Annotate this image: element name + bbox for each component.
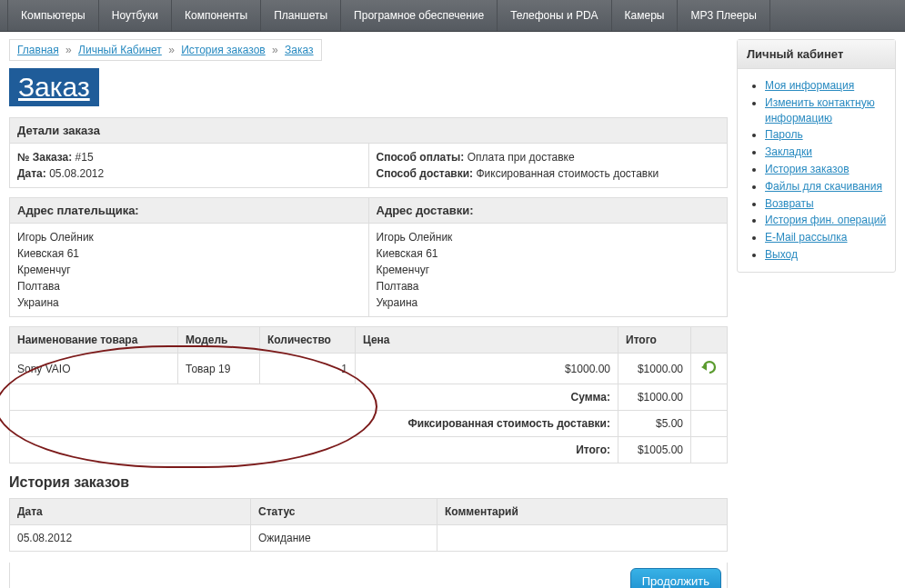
- nav-item-tablets[interactable]: Планшеты: [261, 0, 341, 31]
- order-no-value: #15: [75, 151, 94, 164]
- sidebar-link-password[interactable]: Пароль: [765, 128, 803, 141]
- order-details-box: Детали заказа № Заказа: #15 Дата: 05.08.…: [9, 117, 728, 188]
- sidebar-link-newsletter[interactable]: E-Mail рассылка: [765, 231, 848, 244]
- addr-line: Украина: [17, 294, 361, 311]
- breadcrumb-account[interactable]: Личный Кабинет: [78, 44, 162, 56]
- page-title: Заказ: [9, 68, 99, 106]
- order-meta-right: Способ оплаты: Оплата при доставке Спосо…: [368, 144, 728, 187]
- addr-line: Киевская 61: [17, 245, 361, 262]
- item-model: Товар 19: [178, 354, 260, 384]
- col-model: Модель: [178, 327, 260, 354]
- sidebar-link-edit-contact[interactable]: Изменить контактную информацию: [765, 96, 875, 125]
- order-history-table: Дата Статус Комментарий 05.08.2012 Ожида…: [9, 498, 728, 552]
- breadcrumb-order-history[interactable]: История заказов: [181, 44, 266, 56]
- ship-address: Игорь Олейник Киевская 61 Кременчуг Полт…: [368, 224, 728, 316]
- addr-line: Полтава: [377, 278, 720, 294]
- breadcrumb: Главная » Личный Кабинет » История заказ…: [9, 39, 322, 61]
- addr-line: Игорь Олейник: [17, 229, 361, 245]
- totals-row: Итого: $1005.00: [10, 437, 728, 463]
- payer-address: Игорь Олейник Киевская 61 Кременчуг Полт…: [10, 224, 368, 316]
- nav-item-mp3[interactable]: MP3 Плееры: [678, 0, 769, 31]
- button-row: Продолжить: [9, 563, 728, 588]
- breadcrumb-sep: »: [65, 44, 72, 56]
- history-row: 05.08.2012 Ожидание: [10, 525, 728, 552]
- nav-item-software[interactable]: Програмное обеспечение: [341, 0, 498, 31]
- history-date: 05.08.2012: [10, 525, 251, 552]
- ship-address-header: Адрес доставки:: [368, 198, 728, 223]
- order-meta-left: № Заказа: #15 Дата: 05.08.2012: [10, 144, 368, 187]
- breadcrumb-home[interactable]: Главная: [17, 44, 59, 56]
- reorder-icon[interactable]: [701, 360, 718, 374]
- totals-row: Фиксированная стоимость доставки: $5.00: [10, 411, 728, 437]
- col-total: Итого: [618, 327, 691, 354]
- subtotal-label: Сумма:: [571, 391, 610, 404]
- order-history-title: История заказов: [9, 474, 728, 491]
- col-price: Цена: [356, 327, 618, 354]
- item-total: $1000.00: [618, 354, 691, 384]
- pay-method-label: Способ оплаты:: [377, 151, 465, 164]
- sidebar-link-transactions[interactable]: История фин. операций: [765, 214, 886, 226]
- order-date-value: 05.08.2012: [49, 167, 104, 180]
- account-sidebar-header: Личный кабинет: [738, 40, 895, 69]
- addr-line: Кременчуг: [377, 262, 720, 278]
- breadcrumb-sep: »: [272, 44, 278, 56]
- item-name: Sony VAIO: [10, 354, 178, 384]
- order-items-table: Наименование товара Модель Количество Це…: [9, 326, 728, 463]
- addresses-box: Адрес плательщика: Адрес доставки: Игорь…: [9, 197, 728, 317]
- addr-line: Кременчуг: [17, 262, 361, 278]
- order-date-label: Дата:: [17, 167, 46, 180]
- breadcrumb-sep: »: [168, 44, 175, 56]
- addr-line: Полтава: [17, 278, 361, 294]
- order-details-header: Детали заказа: [10, 118, 727, 144]
- col-name: Наименование товара: [10, 327, 178, 354]
- continue-button[interactable]: Продолжить: [630, 568, 721, 588]
- shipping-value: $5.00: [618, 411, 691, 437]
- history-comment: [437, 525, 728, 552]
- subtotal-value: $1000.00: [618, 384, 691, 411]
- col-qty: Количество: [260, 327, 356, 354]
- sidebar-link-order-history[interactable]: История заказов: [765, 163, 850, 175]
- sidebar-link-my-info[interactable]: Моя информация: [765, 79, 854, 92]
- sidebar-link-wishlist[interactable]: Закладки: [765, 145, 812, 158]
- nav-item-cameras[interactable]: Камеры: [612, 0, 679, 31]
- hist-col-date: Дата: [10, 499, 251, 525]
- grand-total-value: $1005.00: [618, 437, 691, 463]
- nav-item-components[interactable]: Компоненты: [172, 0, 261, 31]
- history-status: Ожидание: [251, 525, 437, 552]
- ship-method-label: Способ доставки:: [377, 167, 474, 180]
- top-navigation: Компьютеры Ноутбуки Компоненты Планшеты …: [0, 0, 905, 32]
- hist-col-status: Статус: [251, 499, 437, 525]
- nav-item-laptops[interactable]: Ноутбуки: [99, 0, 172, 31]
- order-no-label: № Заказа:: [17, 151, 72, 164]
- top-nav-list: Компьютеры Ноутбуки Компоненты Планшеты …: [7, 0, 898, 31]
- hist-col-comment: Комментарий: [437, 499, 728, 525]
- pay-method-value: Оплата при доставке: [468, 151, 575, 164]
- sidebar-link-logout[interactable]: Выход: [765, 248, 798, 261]
- payer-address-header: Адрес плательщика:: [10, 198, 368, 223]
- item-price: $1000.00: [356, 354, 618, 384]
- grand-total-label: Итого:: [576, 443, 610, 456]
- sidebar-link-returns[interactable]: Возвраты: [765, 197, 814, 210]
- addr-line: Украина: [377, 294, 720, 311]
- addr-line: Киевская 61: [377, 245, 720, 262]
- nav-item-phones[interactable]: Телефоны и PDA: [498, 0, 611, 31]
- addr-line: Игорь Олейник: [377, 229, 720, 245]
- ship-method-value: Фиксированная стоимость доставки: [476, 167, 659, 180]
- sidebar-link-downloads[interactable]: Файлы для скачивания: [765, 180, 882, 193]
- breadcrumb-order[interactable]: Заказ: [285, 44, 313, 56]
- item-row: Sony VAIO Товар 19 1 $1000.00 $1000.00: [10, 354, 728, 384]
- nav-item-computers[interactable]: Компьютеры: [7, 0, 99, 31]
- shipping-label: Фиксированная стоимость доставки:: [407, 417, 610, 430]
- col-actions: [691, 327, 728, 354]
- item-qty: 1: [260, 354, 356, 384]
- account-links-list: Моя информация Изменить контактную инфор…: [739, 78, 890, 263]
- totals-row: Сумма: $1000.00: [10, 384, 728, 411]
- items-header-row: Наименование товара Модель Количество Це…: [10, 327, 728, 354]
- account-sidebar-box: Личный кабинет Моя информация Изменить к…: [737, 39, 896, 273]
